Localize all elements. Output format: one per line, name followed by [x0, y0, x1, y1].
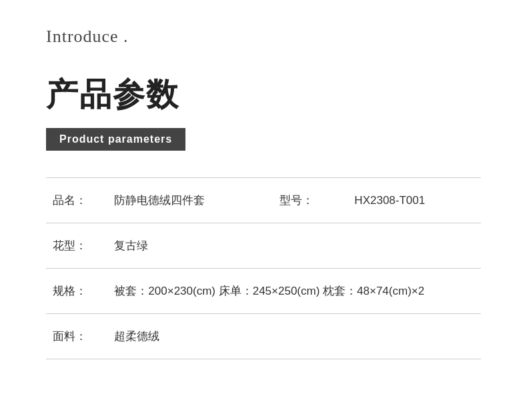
page-container: Introduce . 产品参数 Product parameters 品名：防… [0, 0, 527, 386]
params-table: 品名：防静电德绒四件套型号：HX2308-T001花型：复古绿规格：被套：200… [46, 177, 481, 359]
product-parameters-badge: Product parameters [46, 128, 185, 151]
param-value-2: HX2308-T001 [348, 178, 481, 223]
param-label: 花型： [46, 223, 107, 269]
product-params-title: 产品参数 [46, 73, 481, 116]
param-value: 复古绿 [107, 223, 481, 269]
param-value: 防静电德绒四件套 [107, 178, 272, 223]
introduce-label: Introduce . [46, 27, 481, 47]
table-row: 花型：复古绿 [46, 223, 481, 269]
table-row: 品名：防静电德绒四件套型号：HX2308-T001 [46, 178, 481, 223]
param-label: 面料： [46, 314, 107, 359]
param-label: 品名： [46, 178, 107, 223]
param-value: 超柔德绒 [107, 314, 481, 359]
table-row: 面料：超柔德绒 [46, 314, 481, 359]
param-value: 被套：200×230(cm) 床单：245×250(cm) 枕套：48×74(c… [107, 269, 481, 314]
table-row: 规格：被套：200×230(cm) 床单：245×250(cm) 枕套：48×7… [46, 269, 481, 314]
param-label-2: 型号： [273, 178, 348, 223]
param-label: 规格： [46, 269, 107, 314]
